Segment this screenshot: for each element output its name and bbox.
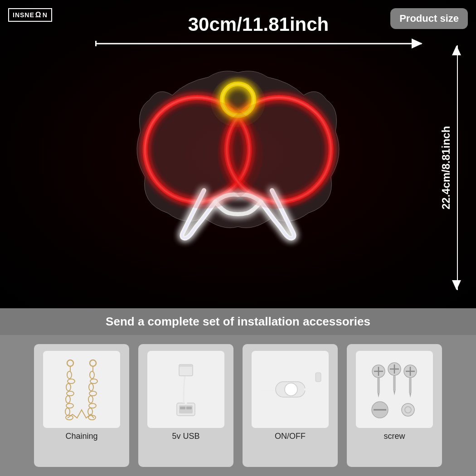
brand-logo: INSNE Ω N [8, 8, 52, 22]
svg-point-10 [67, 360, 73, 366]
svg-point-17 [67, 391, 74, 396]
svg-point-9 [211, 77, 265, 127]
screw-image [356, 351, 433, 428]
chaining-label: Chaining [65, 432, 97, 441]
svg-point-27 [89, 403, 96, 408]
brand-name-right: N [43, 11, 48, 19]
accessory-card-screw: screw [347, 344, 442, 467]
accessory-card-onoff: ON/OFF [243, 344, 338, 467]
svg-point-23 [90, 379, 97, 384]
width-measurement: 30cm/11.81inch [95, 14, 422, 48]
svg-point-15 [68, 379, 75, 384]
svg-rect-33 [186, 407, 192, 409]
svg-point-26 [88, 396, 93, 403]
onoff-image [252, 351, 329, 428]
svg-rect-46 [393, 375, 395, 391]
accessory-card-usb: 5v USB [138, 344, 233, 467]
height-measurement: 22.4cm/8.81inch [426, 45, 462, 290]
accessories-grid: Chaining 5v US [0, 335, 476, 476]
svg-point-25 [89, 391, 97, 396]
svg-point-18 [66, 396, 70, 403]
svg-rect-32 [180, 407, 185, 409]
usb-label: 5v USB [172, 432, 199, 441]
svg-point-21 [66, 415, 73, 420]
bottom-section: Send a complete set of installation acce… [0, 308, 476, 476]
chaining-image [43, 351, 120, 428]
svg-rect-38 [316, 373, 321, 382]
svg-point-20 [65, 408, 70, 415]
svg-point-24 [89, 384, 93, 391]
usb-image [147, 351, 224, 428]
brand-omega: Ω [35, 11, 42, 19]
svg-point-53 [402, 403, 414, 416]
brand-name-left: INSNE [13, 11, 34, 19]
onoff-label: ON/OFF [275, 432, 306, 441]
top-section: INSNE Ω N Product size 30cm/11.81inch 22… [0, 0, 476, 308]
svg-rect-50 [409, 378, 411, 393]
svg-rect-42 [378, 378, 379, 393]
height-label: 22.4cm/8.81inch [440, 126, 452, 209]
neon-sign [113, 50, 363, 249]
screw-label: screw [384, 432, 405, 441]
svg-point-22 [90, 371, 94, 379]
svg-point-19 [66, 403, 73, 408]
svg-point-11 [90, 360, 96, 366]
width-label: 30cm/11.81inch [95, 14, 422, 35]
svg-point-14 [67, 371, 72, 379]
svg-point-37 [285, 383, 297, 396]
accessory-card-chaining: Chaining [34, 344, 129, 467]
accessories-banner-text: Send a complete set of installation acce… [106, 315, 370, 328]
svg-point-16 [66, 384, 71, 391]
accessories-banner: Send a complete set of installation acce… [0, 308, 476, 335]
